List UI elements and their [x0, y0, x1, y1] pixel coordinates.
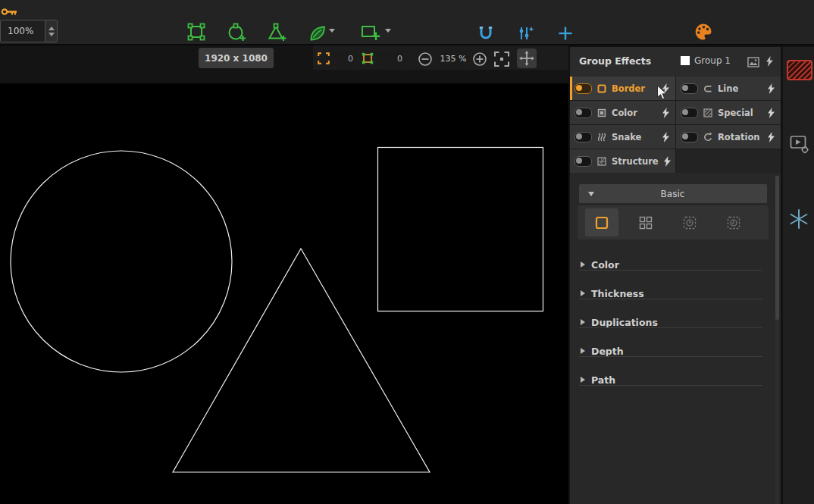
animation-settings-icon[interactable]	[790, 135, 809, 157]
image-icon[interactable]	[747, 56, 759, 70]
render-icon[interactable]	[787, 60, 812, 80]
zoom-in-button[interactable]	[471, 50, 489, 68]
preset-buttons-box	[578, 205, 769, 239]
special-effect-icon	[703, 108, 713, 118]
effect-special[interactable]: Special	[676, 101, 781, 124]
canvas-add-tool-button[interactable]	[359, 20, 382, 43]
lightning-icon[interactable]	[662, 108, 670, 118]
canvas-add-tool-icon	[360, 22, 381, 42]
lightning-icon[interactable]	[765, 55, 774, 70]
adjust-button[interactable]	[514, 22, 537, 45]
canvas-viewport[interactable]	[0, 83, 568, 504]
key-icon[interactable]	[1, 5, 17, 20]
lightning-icon[interactable]	[662, 83, 670, 94]
magnet-icon	[477, 24, 495, 42]
lightning-icon[interactable]	[767, 132, 775, 142]
preset-section-header[interactable]: Basic	[579, 184, 767, 203]
section-thickness[interactable]: Thickness	[570, 276, 781, 305]
style-tool-button[interactable]	[306, 22, 329, 45]
section-color[interactable]: Color	[570, 247, 781, 276]
zoom-out-icon	[418, 52, 433, 67]
viewport-zoom-value: 135 %	[440, 54, 467, 64]
effect-border-toggle[interactable]	[574, 83, 592, 94]
zoom-spinner[interactable]	[45, 20, 57, 42]
section-label-depth: Depth	[591, 346, 624, 357]
canvas-resolution: 1920 x 1080	[205, 53, 268, 64]
fit-view-button[interactable]	[493, 50, 511, 68]
section-divider	[579, 327, 762, 328]
preset-duplicate-button[interactable]	[629, 208, 662, 236]
section-arrow-icon	[581, 290, 585, 296]
zoom-in-icon	[472, 52, 487, 67]
effect-border[interactable]: Border	[570, 77, 675, 100]
transform-tool-button[interactable]	[185, 20, 208, 43]
toggle-knob	[576, 158, 582, 164]
effect-label-snake: Snake	[612, 132, 657, 142]
spin-down-icon[interactable]	[49, 33, 55, 36]
section-duplications[interactable]: Duplications	[570, 305, 781, 333]
toggle-knob	[576, 133, 582, 139]
section-label-thickness: Thickness	[591, 288, 644, 299]
preset-animate-alt-button[interactable]	[717, 208, 750, 236]
preset-border-button[interactable]	[585, 208, 618, 236]
coord-x-field[interactable]: 0	[331, 51, 357, 66]
structure-effect-icon	[596, 156, 607, 167]
panel-scrollbar-thumb[interactable]	[775, 176, 779, 320]
snowflake-icon[interactable]	[788, 208, 809, 233]
effect-line-toggle[interactable]	[681, 83, 698, 94]
lightning-icon[interactable]	[767, 83, 775, 94]
snake-effect-icon	[596, 132, 607, 142]
polygon-tool-button[interactable]	[265, 20, 288, 43]
bounds-icon	[318, 52, 330, 67]
canvas-resolution-badge: 1920 x 1080	[199, 48, 274, 68]
effect-line[interactable]: Line	[676, 77, 781, 100]
canvas-square-shape	[378, 148, 543, 311]
pan-view-button[interactable]	[517, 49, 537, 68]
effect-color[interactable]: Color	[570, 101, 675, 124]
section-depth[interactable]: Depth	[570, 333, 781, 362]
effects-grid: Border Line Color	[570, 77, 781, 173]
zoom-out-button[interactable]	[416, 50, 434, 68]
effect-label-special: Special	[718, 108, 762, 118]
preset-animate-button[interactable]	[673, 208, 706, 236]
lightning-icon[interactable]	[767, 108, 775, 118]
rotation-effect-icon	[703, 132, 713, 142]
zoom-value: 100%	[1, 26, 45, 36]
fit-view-icon	[493, 51, 510, 67]
selection-bounds-icon	[362, 52, 374, 67]
zoom-spinbox[interactable]: 100%	[0, 20, 58, 42]
preset-border-icon	[594, 215, 609, 230]
canvas-triangle-shape	[173, 249, 430, 472]
group-name[interactable]: Group 1	[694, 55, 731, 66]
effects-grid-empty-slot	[676, 149, 781, 173]
toggle-knob	[682, 85, 688, 91]
transform-tool-icon	[186, 22, 206, 42]
preset-duplicate-icon	[638, 215, 653, 230]
group-color-swatch[interactable]	[681, 56, 690, 65]
lightning-icon[interactable]	[663, 156, 672, 167]
spin-up-icon[interactable]	[49, 27, 55, 30]
effect-label-rotation: Rotation	[718, 132, 762, 142]
effect-structure[interactable]: Structure	[570, 149, 675, 173]
add-target-button[interactable]	[554, 22, 577, 45]
style-tool-dropdown-icon[interactable]	[329, 29, 335, 33]
coord-y-field[interactable]: 0	[376, 51, 406, 66]
effect-snake-toggle[interactable]	[574, 132, 592, 142]
effect-rotation-toggle[interactable]	[681, 132, 698, 142]
ellipse-tool-icon	[227, 22, 246, 42]
effect-rotation[interactable]: Rotation	[676, 125, 781, 149]
viewport-zoom-field[interactable]: 135 %	[437, 51, 469, 67]
effect-special-toggle[interactable]	[681, 108, 698, 118]
lightning-icon[interactable]	[662, 132, 670, 142]
effect-structure-toggle[interactable]	[574, 156, 592, 167]
ellipse-tool-button[interactable]	[225, 20, 248, 43]
effect-color-toggle[interactable]	[574, 108, 592, 118]
palette-button[interactable]	[692, 20, 715, 43]
magnet-button[interactable]	[474, 22, 497, 45]
canvas-add-dropdown-icon[interactable]	[385, 29, 391, 33]
canvas-shapes	[0, 83, 568, 504]
right-dock-strip	[782, 47, 814, 504]
effect-snake[interactable]: Snake	[570, 125, 675, 149]
section-path[interactable]: Path	[570, 362, 781, 391]
effect-label-structure: Structure	[612, 156, 659, 167]
